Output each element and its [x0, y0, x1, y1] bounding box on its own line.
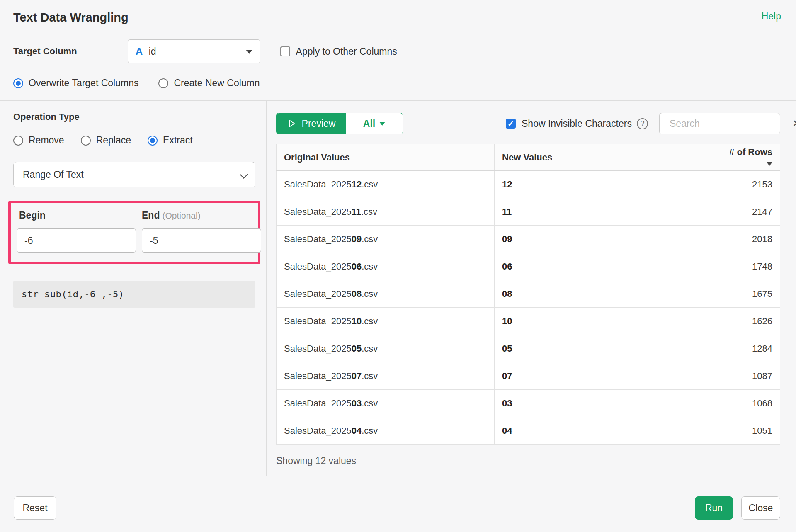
row-count-cell: 1087	[713, 362, 780, 390]
column-type-text-icon: A	[136, 46, 143, 58]
original-value-cell: SalesData_202504.csv	[277, 417, 495, 445]
overwrite-target-radio[interactable]: Overwrite Target Columns	[13, 78, 138, 89]
remove-radio[interactable]: Remove	[13, 135, 64, 146]
target-column-label: Target Column	[13, 46, 77, 57]
original-value-cell: SalesData_202507.csv	[277, 362, 495, 390]
dialog-header: Text Data Wrangling Help	[0, 0, 796, 24]
operation-panel: Operation Type Remove Replace Extract Ra…	[0, 101, 267, 476]
row-count-cell: 1626	[713, 308, 780, 335]
table-row[interactable]: SalesData_202506.csv 06 1748	[277, 253, 780, 280]
show-invisible-label: Show Invisible Characters	[522, 118, 632, 129]
new-value-cell: 09	[495, 226, 713, 253]
play-icon	[286, 119, 296, 129]
new-value-cell: 08	[495, 280, 713, 308]
table-footer-status: Showing 12 values	[276, 455, 780, 466]
run-button[interactable]: Run	[695, 496, 733, 520]
new-value-cell: 03	[495, 390, 713, 417]
replace-radio[interactable]: Replace	[81, 135, 131, 146]
sort-desc-icon	[767, 162, 772, 166]
original-value-cell: SalesData_202506.csv	[277, 253, 495, 280]
chevron-down-icon	[240, 170, 248, 179]
target-column-value: id	[149, 46, 156, 57]
text-data-wrangling-dialog: Text Data Wrangling Help Target Column A…	[0, 0, 796, 532]
table-row[interactable]: SalesData_202512.csv 12 2153	[277, 171, 780, 198]
row-count-cell: 1748	[713, 253, 780, 280]
replace-label: Replace	[96, 135, 131, 146]
new-value-cell: 05	[495, 335, 713, 362]
dialog-footer: Reset Run Close	[0, 496, 796, 520]
table-row[interactable]: SalesData_202505.csv 05 1284	[277, 335, 780, 362]
clear-search-icon[interactable]: ✕	[792, 119, 796, 129]
extract-method-value: Range Of Text	[23, 169, 84, 180]
preview-button-label: Preview	[302, 118, 336, 129]
radio-unchecked-icon	[158, 78, 168, 88]
new-value-cell: 12	[495, 171, 713, 198]
column-header-count[interactable]: # of Rows	[713, 144, 780, 171]
row-count-cell: 1051	[713, 417, 780, 445]
expression-preview: str_sub(id,-6 ,-5)	[13, 281, 255, 308]
begin-input[interactable]	[17, 228, 136, 253]
overwrite-target-label: Overwrite Target Columns	[29, 78, 138, 89]
table-row[interactable]: SalesData_202511.csv 11 2147	[277, 198, 780, 226]
close-button[interactable]: Close	[741, 496, 780, 520]
radio-unchecked-icon	[13, 136, 23, 146]
row-count-cell: 2153	[713, 171, 780, 198]
operation-type-radios: Remove Replace Extract	[13, 135, 251, 146]
extract-label: Extract	[163, 135, 193, 146]
original-value-cell: SalesData_202508.csv	[277, 280, 495, 308]
extract-radio[interactable]: Extract	[148, 135, 193, 146]
begin-label: Begin	[19, 210, 142, 221]
main-area: Operation Type Remove Replace Extract Ra…	[0, 101, 796, 476]
help-link[interactable]: Help	[762, 11, 781, 22]
apply-other-columns-checkbox[interactable]: Apply to Other Columns	[280, 46, 397, 57]
original-value-cell: SalesData_202512.csv	[277, 171, 495, 198]
row-count-cell: 1284	[713, 335, 780, 362]
reset-button[interactable]: Reset	[14, 496, 56, 520]
remove-label: Remove	[29, 135, 64, 146]
operation-type-label: Operation Type	[13, 112, 251, 122]
end-input[interactable]	[142, 228, 261, 253]
row-count-cell: 2018	[713, 226, 780, 253]
original-value-cell: SalesData_202510.csv	[277, 308, 495, 335]
table-row[interactable]: SalesData_202503.csv 03 1068	[277, 390, 780, 417]
table-row[interactable]: SalesData_202509.csv 09 2018	[277, 226, 780, 253]
row-count-cell: 2147	[713, 198, 780, 226]
radio-checked-icon	[13, 78, 23, 88]
apply-other-columns-label: Apply to Other Columns	[296, 46, 397, 57]
preview-table-wrap: Original Values New Values # of Rows Sal…	[276, 144, 780, 466]
search-input[interactable]	[670, 118, 792, 129]
new-value-cell: 10	[495, 308, 713, 335]
search-box: ✕	[659, 113, 780, 134]
new-value-cell: 07	[495, 362, 713, 390]
table-row[interactable]: SalesData_202504.csv 04 1051	[277, 417, 780, 445]
range-highlight-box: Begin End(Optional)	[8, 201, 260, 264]
write-mode-row: Overwrite Target Columns Create New Colu…	[13, 78, 796, 89]
caret-down-icon	[379, 122, 385, 126]
table-row[interactable]: SalesData_202510.csv 10 1626	[277, 308, 780, 335]
help-question-icon[interactable]: ?	[637, 118, 648, 129]
original-value-cell: SalesData_202503.csv	[277, 390, 495, 417]
preview-scope-dropdown[interactable]: All	[345, 113, 403, 134]
row-count-cell: 1068	[713, 390, 780, 417]
original-value-cell: SalesData_202509.csv	[277, 226, 495, 253]
preview-button[interactable]: Preview	[277, 113, 345, 134]
original-value-cell: SalesData_202505.csv	[277, 335, 495, 362]
new-value-cell: 06	[495, 253, 713, 280]
table-header-row: Original Values New Values # of Rows	[277, 144, 780, 171]
preview-button-group: Preview All	[276, 113, 403, 134]
table-row[interactable]: SalesData_202507.csv 07 1087	[277, 362, 780, 390]
preview-toolbar: Preview All ✓ Show Invisible Characters …	[276, 112, 780, 135]
extract-method-select[interactable]: Range Of Text	[13, 162, 255, 187]
chevron-down-icon	[246, 50, 252, 54]
preview-table: Original Values New Values # of Rows Sal…	[276, 144, 780, 445]
original-value-cell: SalesData_202511.csv	[277, 198, 495, 226]
column-header-new[interactable]: New Values	[495, 144, 713, 171]
create-new-column-radio[interactable]: Create New Column	[158, 78, 260, 89]
end-optional-label: (Optional)	[162, 211, 200, 220]
show-invisible-checkbox[interactable]: ✓ Show Invisible Characters ?	[506, 118, 648, 129]
target-column-select[interactable]: A id	[128, 39, 260, 63]
radio-unchecked-icon	[81, 136, 91, 146]
column-header-original[interactable]: Original Values	[277, 144, 495, 171]
preview-panel: Preview All ✓ Show Invisible Characters …	[267, 101, 796, 476]
table-row[interactable]: SalesData_202508.csv 08 1675	[277, 280, 780, 308]
